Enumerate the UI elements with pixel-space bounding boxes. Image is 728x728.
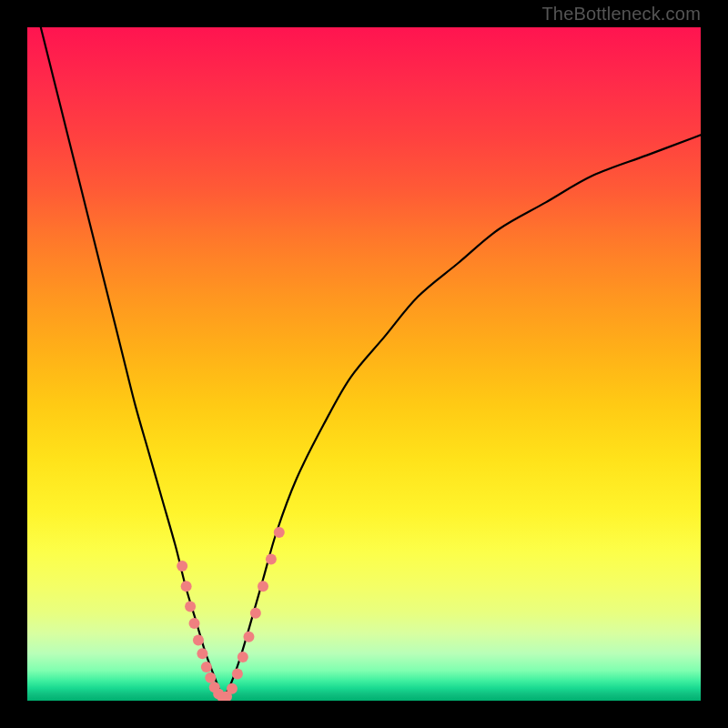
- curve-right-branch: [223, 135, 701, 697]
- highlight-dot: [205, 672, 216, 683]
- highlight-dot: [274, 527, 285, 538]
- highlight-dot: [201, 662, 212, 672]
- highlight-dot: [258, 581, 268, 592]
- highlight-dot: [181, 581, 192, 592]
- highlight-dot: [177, 561, 187, 571]
- highlight-dot: [250, 608, 261, 619]
- watermark-text: TheBottleneck.com: [541, 4, 701, 25]
- curve-left-branch: [41, 27, 223, 697]
- highlight-dot: [189, 618, 200, 629]
- highlight-dot: [193, 634, 204, 645]
- highlight-dot: [197, 648, 207, 659]
- highlight-dot: [243, 632, 254, 642]
- highlight-dot: [238, 652, 248, 662]
- image-frame: TheBottleneck.com: [0, 0, 728, 728]
- highlight-dot: [227, 683, 238, 694]
- highlight-dot: [266, 554, 277, 565]
- highlight-dot: [185, 601, 196, 612]
- plot-area: [27, 27, 701, 701]
- highlight-dot: [232, 668, 243, 679]
- chart-svg: [27, 27, 701, 701]
